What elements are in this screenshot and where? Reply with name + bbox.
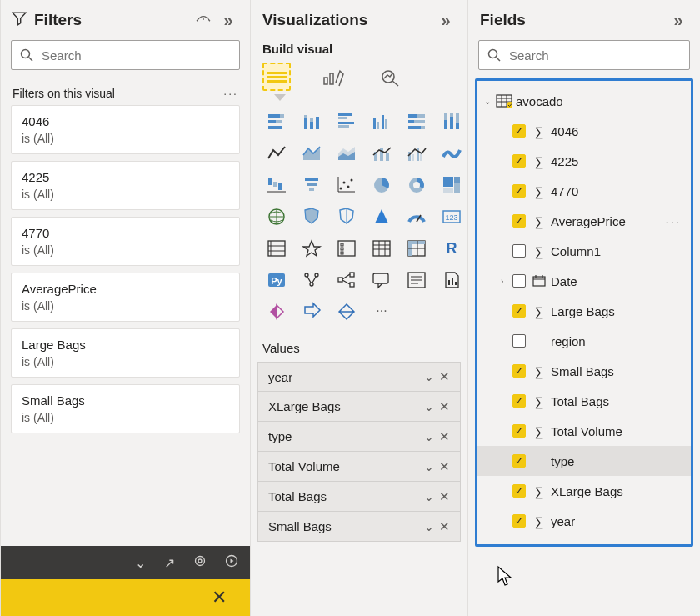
viz-type-line[interactable] <box>262 141 291 166</box>
field-row[interactable]: ✓∑4225 <box>478 146 691 176</box>
field-checkbox[interactable]: ✓ <box>512 124 526 138</box>
remove-field-icon[interactable]: ✕ <box>439 489 450 504</box>
viz-type-clustered-column[interactable] <box>368 109 396 134</box>
viz-type-multi-row-card[interactable] <box>262 236 291 261</box>
close-icon[interactable]: ✕ <box>212 587 227 608</box>
field-checkbox[interactable]: ✓ <box>512 454 526 468</box>
filter-card[interactable]: 4770 is (All) <box>11 217 240 266</box>
viz-type-line-clustered-column[interactable] <box>402 141 431 166</box>
viz-type-line-stacked-column[interactable] <box>368 141 396 166</box>
viz-type-map[interactable] <box>262 204 291 229</box>
filter-card[interactable]: 4046 is (All) <box>11 105 240 154</box>
field-row[interactable]: ✓∑Total Bags <box>478 386 691 416</box>
fields-search-input[interactable] <box>508 48 681 63</box>
field-row[interactable]: ✓∑AveragePrice··· <box>478 206 691 236</box>
filter-card[interactable]: Small Bags is (All) <box>11 384 240 433</box>
viz-type-get-more-visuals[interactable] <box>332 299 361 324</box>
viz-type-clustered-bar[interactable] <box>332 109 361 134</box>
play-icon[interactable] <box>225 554 238 571</box>
viz-type-shape-map[interactable] <box>332 204 361 229</box>
remove-field-icon[interactable]: ✕ <box>439 429 450 444</box>
field-row[interactable]: ✓∑Small Bags <box>478 356 691 386</box>
viz-type-donut[interactable] <box>402 173 431 198</box>
table-node-avocado[interactable]: ⌄ avocado <box>478 86 691 116</box>
viz-type-azure-map[interactable] <box>368 204 396 229</box>
remove-field-icon[interactable]: ✕ <box>439 519 450 534</box>
fields-search[interactable] <box>478 40 690 70</box>
field-row[interactable]: ✓∑4770 <box>478 176 691 206</box>
remove-field-icon[interactable]: ✕ <box>439 369 450 384</box>
field-checkbox[interactable]: ✓ <box>512 394 526 408</box>
value-field-row[interactable]: type ⌄ ✕ <box>258 422 461 452</box>
viz-type-more[interactable]: ··· <box>368 299 396 324</box>
field-checkbox[interactable]: ✓ <box>512 184 526 198</box>
value-field-row[interactable]: Total Bags ⌄ ✕ <box>258 482 461 512</box>
expand-icon[interactable]: › <box>501 277 512 286</box>
viz-type-card[interactable]: 123 <box>438 204 466 229</box>
field-checkbox[interactable] <box>512 334 526 348</box>
viz-type-waterfall[interactable] <box>262 173 291 198</box>
filter-card[interactable]: Large Bags is (All) <box>11 328 240 378</box>
viz-type-qna[interactable] <box>368 268 396 293</box>
chevron-down-icon[interactable]: ⌄ <box>424 460 434 473</box>
viz-type-slicer[interactable] <box>332 236 361 261</box>
field-checkbox[interactable]: ✓ <box>512 214 526 228</box>
field-row[interactable]: ✓∑XLarge Bags <box>478 476 691 506</box>
viz-type-matrix[interactable] <box>402 236 431 261</box>
viz-type-power-apps[interactable] <box>262 299 291 324</box>
field-checkbox[interactable]: ✓ <box>512 424 526 438</box>
viz-type-kpi[interactable] <box>298 236 326 261</box>
field-row[interactable]: ∑Column1 <box>478 236 691 266</box>
chevron-down-icon[interactable]: ⌄ <box>424 430 434 443</box>
field-row[interactable]: ✓type <box>478 446 691 476</box>
eye-icon[interactable] <box>193 13 213 28</box>
value-field-row[interactable]: Total Volume ⌄ ✕ <box>258 452 461 482</box>
chevron-down-icon[interactable]: ⌄ <box>424 400 434 413</box>
field-row[interactable]: ✓∑Large Bags <box>478 296 691 326</box>
gear-icon[interactable] <box>193 554 207 571</box>
collapse-pane-icon[interactable]: » <box>668 11 688 30</box>
viz-type-filled-map[interactable] <box>298 204 326 229</box>
viz-type-100-stacked-column[interactable] <box>438 109 466 134</box>
field-checkbox[interactable]: ✓ <box>512 154 526 168</box>
viz-type-100-stacked-bar[interactable] <box>402 109 431 134</box>
value-field-row[interactable]: XLarge Bags ⌄ ✕ <box>258 392 461 422</box>
viz-type-pie[interactable] <box>368 173 396 198</box>
viz-type-stacked-bar[interactable] <box>262 109 291 134</box>
field-row[interactable]: ✓∑4046 <box>478 116 691 146</box>
open-external-icon[interactable]: ↗ <box>164 555 175 571</box>
viz-type-python-visual[interactable]: Py <box>262 268 291 293</box>
field-checkbox[interactable]: ✓ <box>512 304 526 318</box>
viz-type-stacked-area[interactable] <box>332 141 361 166</box>
field-checkbox[interactable]: ✓ <box>512 484 526 498</box>
value-field-row[interactable]: Small Bags ⌄ ✕ <box>258 512 461 542</box>
chevron-down-icon[interactable]: ⌄ <box>424 520 434 533</box>
viz-type-table[interactable] <box>368 236 396 261</box>
field-checkbox[interactable] <box>512 244 526 258</box>
collapse-pane-icon[interactable]: » <box>218 11 238 30</box>
viz-type-gauge[interactable] <box>402 204 431 229</box>
build-visual-tab[interactable] <box>262 63 291 91</box>
field-checkbox[interactable]: ✓ <box>512 364 526 378</box>
field-checkbox[interactable]: ✓ <box>512 514 526 528</box>
chevron-down-icon[interactable]: ⌄ <box>135 555 146 571</box>
expand-icon[interactable]: ⌄ <box>484 97 496 106</box>
viz-type-treemap[interactable] <box>438 173 466 198</box>
field-row[interactable]: region <box>478 326 691 356</box>
field-more-icon[interactable]: ··· <box>665 214 684 228</box>
filters-section-more-icon[interactable]: ··· <box>223 87 238 100</box>
field-row[interactable]: ›Date <box>478 266 691 296</box>
field-checkbox[interactable] <box>512 274 526 288</box>
viz-type-funnel[interactable] <box>298 173 326 198</box>
chevron-down-icon[interactable]: ⌄ <box>424 490 434 503</box>
filters-search-input[interactable] <box>40 48 231 63</box>
viz-type-key-influencers[interactable] <box>298 268 326 293</box>
viz-type-stacked-column[interactable] <box>298 109 326 134</box>
collapse-pane-icon[interactable]: » <box>436 11 456 30</box>
filters-search[interactable] <box>11 40 240 70</box>
field-row[interactable]: ✓∑year <box>478 506 691 536</box>
filter-card[interactable]: AveragePrice is (All) <box>11 273 240 322</box>
viz-type-ribbon[interactable] <box>438 141 466 166</box>
viz-type-smart-narrative[interactable] <box>402 268 431 293</box>
viz-type-r-visual[interactable]: R <box>438 236 466 261</box>
